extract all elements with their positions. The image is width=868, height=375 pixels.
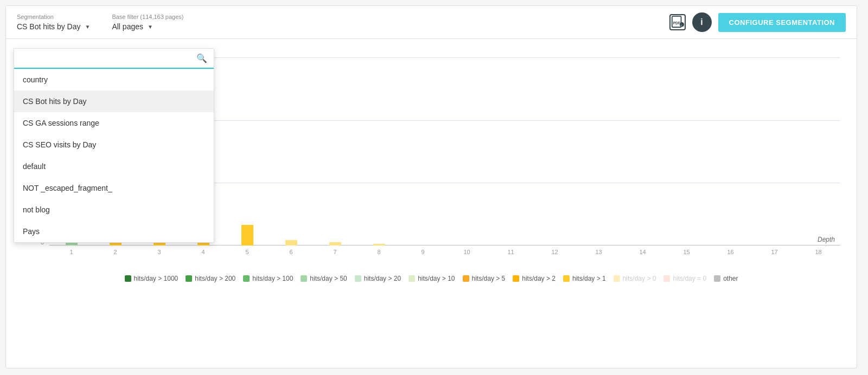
legend-label: hits/day > 10	[418, 275, 455, 282]
legend-label: hits/day > 1000	[134, 275, 178, 282]
x-label-6: 6	[269, 249, 313, 255]
x-label-9: 9	[401, 249, 445, 255]
pdf-icon-button[interactable]: PDF ↓	[669, 14, 686, 30]
bar-group-7	[313, 72, 357, 245]
legend-swatch	[301, 275, 307, 282]
x-label-10: 10	[445, 249, 489, 255]
filter-dropdown-trigger[interactable]: All pages ▼	[112, 22, 183, 31]
x-label-11: 11	[489, 249, 533, 255]
legend-label: hits/day > 1	[572, 275, 606, 282]
menu-item-pays[interactable]: Pays	[14, 221, 214, 242]
x-label-3: 3	[137, 249, 181, 255]
x-label-12: 12	[533, 249, 577, 255]
search-box: 🔍	[14, 49, 214, 69]
legend-swatch	[409, 275, 415, 282]
bar-depth-6[interactable]	[285, 240, 297, 245]
legend-swatch	[125, 275, 131, 282]
x-label-4: 4	[181, 249, 225, 255]
menu-item-default[interactable]: default	[14, 156, 214, 177]
legend-item-hits-day---0: hits/day > 0	[614, 275, 656, 282]
bar-group-18	[796, 72, 840, 245]
bar-depth-5[interactable]	[241, 225, 253, 245]
legend-label: hits/day > 50	[310, 275, 347, 282]
header-bar: Segmentation CS Bot hits by Day ▼ Base f…	[6, 6, 857, 39]
x-label-7: 7	[313, 249, 357, 255]
main-container: Segmentation CS Bot hits by Day ▼ Base f…	[5, 5, 857, 368]
bar-group-16	[709, 72, 752, 245]
x-label-2: 2	[93, 249, 137, 255]
legend-label: hits/day > 20	[364, 275, 401, 282]
legend-item-hits-day---10: hits/day > 10	[409, 275, 455, 282]
segmentation-label: Segmentation	[17, 14, 90, 20]
bar-group-15	[665, 72, 709, 245]
legend-item-hits-day---5: hits/day > 5	[463, 275, 506, 282]
legend-label: hits/day > 200	[195, 275, 235, 282]
bar-group-5	[225, 72, 269, 245]
segmentation-arrow-icon: ▼	[85, 24, 91, 30]
segmentation-section: Segmentation CS Bot hits by Day ▼	[17, 14, 90, 31]
info-icon: i	[700, 17, 703, 27]
header-actions: PDF ↓ i CONFIGURE SEGMENTATION	[669, 12, 846, 32]
info-button[interactable]: i	[692, 12, 712, 32]
svg-text:PDF: PDF	[673, 21, 680, 25]
legend-item-hits-day---50: hits/day > 50	[301, 275, 347, 282]
x-label-1: 1	[49, 249, 93, 255]
bar-group-10	[445, 72, 489, 245]
search-input[interactable]	[21, 54, 196, 63]
x-label-16: 16	[709, 249, 752, 255]
bar-group-6	[269, 72, 313, 245]
legend-label: hits/day = 0	[673, 275, 706, 282]
legend-item-hits-day---100: hits/day > 100	[243, 275, 293, 282]
x-label-13: 13	[577, 249, 621, 255]
legend-item-other: other	[714, 275, 738, 282]
base-filter-section: Base filter (114,163 pages) All pages ▼	[112, 14, 183, 31]
x-axis: 123456789101112131415161718	[49, 245, 840, 267]
base-filter-label: Base filter (114,163 pages)	[112, 14, 183, 20]
legend: hits/day > 1000hits/day > 200hits/day > …	[22, 267, 840, 290]
segmentation-dropdown-trigger[interactable]: CS Bot hits by Day ▼	[17, 22, 90, 31]
menu-item-cs-ga-sessions[interactable]: CS GA sessions range	[14, 112, 214, 134]
pdf-svg-icon: PDF ↓	[671, 15, 685, 30]
segmentation-dropdown-menu: 🔍 country CS Bot hits by Day CS GA sessi…	[14, 48, 214, 243]
bar-group-8	[357, 72, 401, 245]
legend-swatch	[614, 275, 620, 282]
bar-group-11	[489, 72, 533, 245]
legend-swatch	[663, 275, 670, 282]
legend-swatch	[563, 275, 570, 282]
selected-segmentation-text: CS Bot hits by Day	[17, 22, 81, 31]
legend-swatch	[714, 275, 720, 282]
filter-arrow-icon: ▼	[148, 24, 153, 30]
legend-swatch	[355, 275, 361, 282]
selected-filter-text: All pages	[112, 22, 143, 31]
menu-item-country[interactable]: country	[14, 69, 214, 90]
legend-item-hits-day---1000: hits/day > 1000	[125, 275, 178, 282]
legend-label: hits/day > 2	[522, 275, 556, 282]
menu-item-cs-bot-hits[interactable]: CS Bot hits by Day	[14, 90, 214, 112]
svg-text:↓: ↓	[680, 22, 682, 27]
x-label-15: 15	[665, 249, 709, 255]
menu-item-not-escaped[interactable]: NOT _escaped_fragment_	[14, 177, 214, 199]
legend-label: hits/day > 5	[472, 275, 506, 282]
x-label-14: 14	[621, 249, 665, 255]
x-label-5: 5	[225, 249, 269, 255]
search-icon: 🔍	[196, 53, 207, 63]
legend-label: hits/day > 100	[252, 275, 293, 282]
menu-item-cs-seo-visits[interactable]: CS SEO visits by Day	[14, 134, 214, 156]
configure-segmentation-button[interactable]: CONFIGURE SEGMENTATION	[718, 13, 846, 32]
legend-swatch	[243, 275, 250, 282]
legend-item-hits-day---1: hits/day > 1	[563, 275, 606, 282]
bar-group-9	[401, 72, 445, 245]
x-label-17: 17	[752, 249, 796, 255]
legend-item-hits-day---20: hits/day > 20	[355, 275, 401, 282]
x-label-8: 8	[357, 249, 401, 255]
legend-item-hits-day---200: hits/day > 200	[186, 275, 235, 282]
legend-swatch	[186, 275, 192, 282]
legend-label: other	[723, 275, 738, 282]
legend-swatch	[513, 275, 519, 282]
bar-group-12	[533, 72, 577, 245]
legend-item-hits-day---0: hits/day = 0	[663, 275, 706, 282]
bar-group-13	[577, 72, 621, 245]
x-label-18: 18	[796, 249, 840, 255]
menu-item-not-blog[interactable]: not blog	[14, 199, 214, 221]
bar-group-17	[752, 72, 796, 245]
